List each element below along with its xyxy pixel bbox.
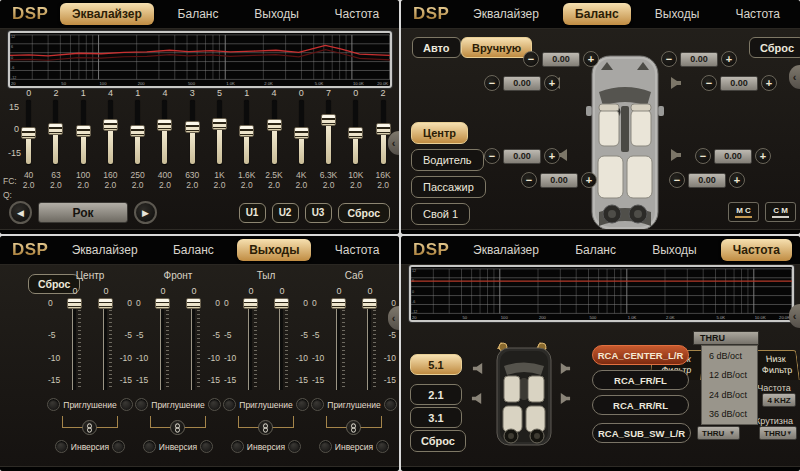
output-level-slider[interactable] [95,298,117,390]
channel-rca-rear-button[interactable]: RCA_RR/RL [592,395,689,415]
position-preset-button[interactable]: Свой 1 [411,203,470,225]
eq-band-slider[interactable] [156,99,173,166]
eq-band-slider[interactable] [238,99,255,166]
channel-rca-sub-button[interactable]: RCA_SUB_SW_L/R [592,423,691,443]
minus-button[interactable]: − [523,51,539,67]
minus-button[interactable]: − [484,75,500,91]
mute-right-toggle[interactable] [384,398,397,411]
minus-button[interactable]: − [669,172,685,188]
plus-button[interactable]: + [581,172,597,188]
user-memory-button[interactable]: U1 [239,203,266,223]
position-preset-button[interactable]: Пассажир [411,176,486,198]
tab[interactable]: Выходы [643,3,712,25]
slider-handle[interactable] [376,123,391,135]
plus-button[interactable]: + [583,51,599,67]
eq-band-slider[interactable] [266,99,283,166]
slider-handle[interactable] [186,298,201,309]
mode-3-1-button[interactable]: 3.1 [410,407,462,428]
link-toggle[interactable] [346,420,361,435]
plus-button[interactable]: + [544,75,560,91]
channel-rca-front-button[interactable]: RCA_FR/FL [592,370,689,390]
slider-handle[interactable] [76,125,91,137]
eq-band-slider[interactable] [129,99,146,166]
slider-handle[interactable] [274,298,289,309]
edge-panel-handle[interactable]: ‹ [789,65,800,89]
auto-button[interactable]: Авто [412,37,461,58]
slope-dropdown-option[interactable]: 24 dB/oct [702,385,757,405]
mute-left-toggle[interactable] [47,398,60,411]
slope-dropdown-option[interactable]: 36 dB/oct [702,405,757,425]
eq-band-slider[interactable] [20,99,37,166]
preset-next-button[interactable]: ▶ [134,201,157,224]
link-toggle[interactable] [170,420,185,435]
slope-dropdown-option[interactable]: 12 dB/oct [702,366,757,386]
hpf-slope-select[interactable]: THRU▼ [697,426,740,440]
slope-dropdown-option[interactable]: 6 dB/oct [702,346,757,366]
position-preset-button[interactable]: Центр [411,122,468,144]
eq-band-slider[interactable] [211,99,228,166]
eq-band-slider[interactable] [293,99,310,166]
balance-reset-button[interactable]: Сброс [749,37,800,58]
position-preset-button[interactable]: Водитель [411,149,484,171]
slider-handle[interactable] [239,125,254,137]
tab[interactable]: Частота [723,3,791,25]
manual-button[interactable]: Вручную [461,37,532,58]
tab[interactable]: Выходы [640,239,709,261]
edge-panel-handle[interactable]: ‹ [789,304,800,328]
eq-band-slider[interactable] [320,99,337,166]
slider-handle[interactable] [243,298,258,309]
invert-left-toggle[interactable] [143,440,156,453]
slider-handle[interactable] [98,298,113,309]
invert-right-toggle[interactable] [112,440,125,453]
plus-button[interactable]: + [729,172,745,188]
frequency-value-box[interactable]: 4 KHZ [762,393,796,407]
slope-dropdown-selected[interactable]: THRU [693,331,759,345]
minus-button[interactable]: − [695,148,711,164]
slider-handle[interactable] [294,127,309,139]
tab[interactable]: Частота [323,239,391,261]
preset-button[interactable]: Рок [38,202,128,223]
eq-band-slider[interactable] [375,99,392,166]
slider-handle[interactable] [212,118,227,130]
slider-handle[interactable] [103,119,118,131]
output-level-slider[interactable] [271,298,293,390]
plus-button[interactable]: + [761,75,777,91]
plus-button[interactable]: + [755,148,771,164]
tab[interactable]: Эквалайзер [461,239,551,261]
user-memory-button[interactable]: U3 [305,203,332,223]
output-level-slider[interactable] [152,298,174,390]
mode-2-1-button[interactable]: 2.1 [410,384,462,405]
unit-cm-button[interactable]: C M [765,202,796,222]
slider-handle[interactable] [185,121,200,133]
eq-reset-button[interactable]: Сброс [338,203,390,223]
invert-left-toggle[interactable] [319,440,332,453]
invert-left-toggle[interactable] [231,440,244,453]
slider-handle[interactable] [321,114,336,126]
slider-handle[interactable] [48,123,63,135]
tab[interactable]: Частота [721,239,792,261]
output-level-slider[interactable] [240,298,262,390]
slider-handle[interactable] [362,298,377,309]
eq-band-slider[interactable] [102,99,119,166]
tab[interactable]: Баланс [166,3,231,25]
slider-handle[interactable] [331,298,346,309]
preset-prev-button[interactable]: ◀ [9,201,32,224]
output-level-slider[interactable] [359,298,381,390]
tab[interactable]: Баланс [563,239,628,261]
minus-button[interactable]: − [661,51,677,67]
eq-band-slider[interactable] [47,99,64,166]
minus-button[interactable]: − [701,75,717,91]
tab[interactable]: Частота [323,3,391,25]
slider-handle[interactable] [348,127,363,139]
mute-left-toggle[interactable] [135,398,148,411]
channel-rca-center-button[interactable]: RCA_CENTER_L/R [592,345,689,365]
unit-mc-button[interactable]: M C [728,202,759,222]
eq-band-slider[interactable] [184,99,201,166]
tab[interactable]: Эквалайзер [461,3,551,25]
plus-button[interactable]: + [544,148,560,164]
invert-right-toggle[interactable] [288,440,301,453]
tab[interactable]: Баланс [161,239,226,261]
slider-handle[interactable] [157,119,172,131]
mode-5-1-button[interactable]: 5.1 [410,354,462,375]
plus-button[interactable]: + [721,51,737,67]
